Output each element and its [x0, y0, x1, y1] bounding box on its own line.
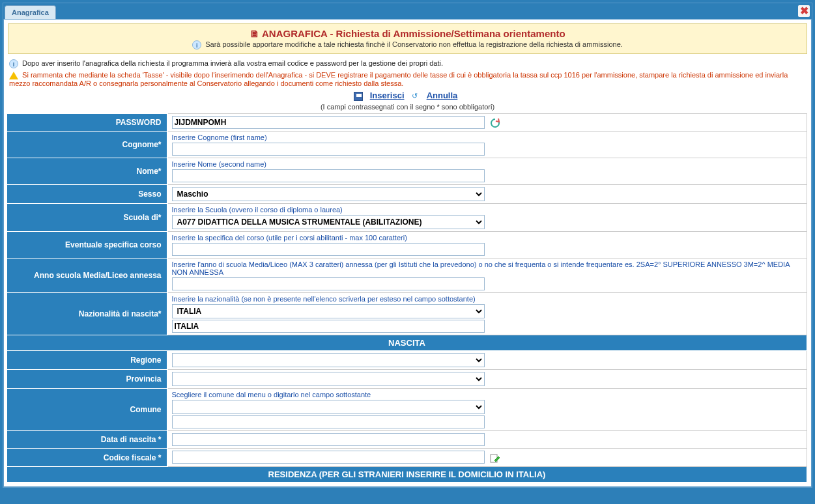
codice-fiscale-label: Codice fiscale *	[7, 449, 167, 466]
window: Anagrafica ✖ 🗎 ANAGRAFICA - Richiesta di…	[3, 3, 812, 488]
tab-anagrafica[interactable]: Anagrafica	[5, 5, 56, 19]
specifica-hint: Inserire la specifica del corso (utile p…	[172, 234, 803, 242]
regione-select[interactable]	[172, 353, 485, 367]
specifica-input[interactable]	[172, 243, 485, 256]
close-button[interactable]: ✖	[798, 5, 810, 17]
anno-media-hint: Inserire l'anno di scuola Media/Liceo (M…	[172, 260, 803, 276]
comune-input[interactable]	[172, 415, 485, 428]
inserisci-link[interactable]: Inserisci	[370, 91, 405, 100]
comune-select[interactable]	[172, 400, 485, 414]
scuola-label: Scuola di*	[7, 204, 167, 232]
title-text: ANAGRAFICA - Richiesta di Ammissione/Set…	[262, 28, 565, 39]
document-icon: 🗎	[250, 28, 259, 39]
info-text: Dopo aver inserito l'anagrafica della ri…	[22, 59, 443, 67]
header-box: 🗎 ANAGRAFICA - Richiesta di Ammissione/S…	[8, 23, 807, 54]
action-row: Inserisci ↺ Annulla	[4, 89, 811, 103]
info-line: i Dopo aver inserito l'anagrafica della …	[4, 58, 811, 70]
nazionalita-hint: Inserire la nazionalità (se non è presen…	[172, 295, 803, 303]
form-table: PASSWORD Cognome* Inserire Cognome (firs…	[7, 113, 807, 482]
page-subtitle: i Sarà possibile apportare modifiche a t…	[14, 40, 801, 49]
info-icon: i	[9, 59, 18, 68]
subtitle-text: Sarà possibile apportare modifiche a tal…	[205, 40, 623, 48]
scuola-select[interactable]: A077 DIDATTICA DELLA MUSICA STRUMENTALE …	[172, 215, 485, 229]
provincia-select[interactable]	[172, 372, 485, 386]
password-label: PASSWORD	[7, 114, 167, 132]
refresh-icon: ↺	[410, 92, 420, 101]
comune-label: Comune	[7, 389, 167, 431]
cognome-input[interactable]	[172, 143, 485, 156]
scuola-hint: Inserire la Scuola (ovvero il corso di d…	[172, 206, 803, 214]
info-icon: i	[192, 40, 201, 49]
warning-text: Si rammenta che mediante la scheda 'Tass…	[9, 71, 788, 87]
residenza-section-header: RESIDENZA (PER GLI STRANIERI INSERIRE IL…	[7, 466, 807, 482]
nome-label: Nome*	[7, 158, 167, 185]
content: 🗎 ANAGRAFICA - Richiesta di Ammissione/S…	[3, 19, 812, 487]
mandatory-note: (I campi contrassegnati con il segno * s…	[4, 103, 811, 113]
cognome-label: Cognome*	[7, 132, 167, 158]
edit-icon[interactable]	[489, 453, 501, 464]
data-nascita-input[interactable]	[172, 433, 485, 446]
codice-fiscale-input[interactable]	[172, 451, 485, 464]
anno-media-label: Anno scuola Media/Liceo annessa	[7, 259, 167, 293]
sesso-label: Sesso	[7, 185, 167, 204]
data-nascita-label: Data di nascita *	[7, 431, 167, 449]
specifica-label: Eventuale specifica corso	[7, 232, 167, 259]
nascita-section-header: NASCITA	[7, 335, 807, 351]
warning-line: Si rammenta che mediante la scheda 'Tass…	[4, 70, 811, 89]
warning-icon	[9, 72, 18, 79]
comune-hint: Scegliere il comune dal menu o digitarlo…	[172, 391, 803, 399]
nome-input[interactable]	[172, 169, 485, 182]
nazionalita-select[interactable]: ITALIA	[172, 304, 485, 318]
nome-hint: Inserire Nome (second name)	[172, 160, 803, 168]
nazionalita-label: Nazionalità di nascita*	[7, 293, 167, 335]
cognome-hint: Inserire Cognome (first name)	[172, 133, 803, 141]
regione-label: Regione	[7, 351, 167, 370]
tab-bar: Anagrafica ✖	[3, 3, 812, 19]
page-title: 🗎 ANAGRAFICA - Richiesta di Ammissione/S…	[14, 28, 801, 39]
sesso-select[interactable]: Maschio	[172, 187, 485, 201]
provincia-label: Provincia	[7, 370, 167, 389]
regenerate-password-icon[interactable]	[489, 117, 501, 129]
nazionalita-input[interactable]	[172, 320, 485, 333]
anno-media-input[interactable]	[172, 277, 485, 290]
annulla-link[interactable]: Annulla	[427, 91, 458, 100]
password-input[interactable]	[172, 116, 485, 129]
save-icon	[354, 92, 363, 101]
